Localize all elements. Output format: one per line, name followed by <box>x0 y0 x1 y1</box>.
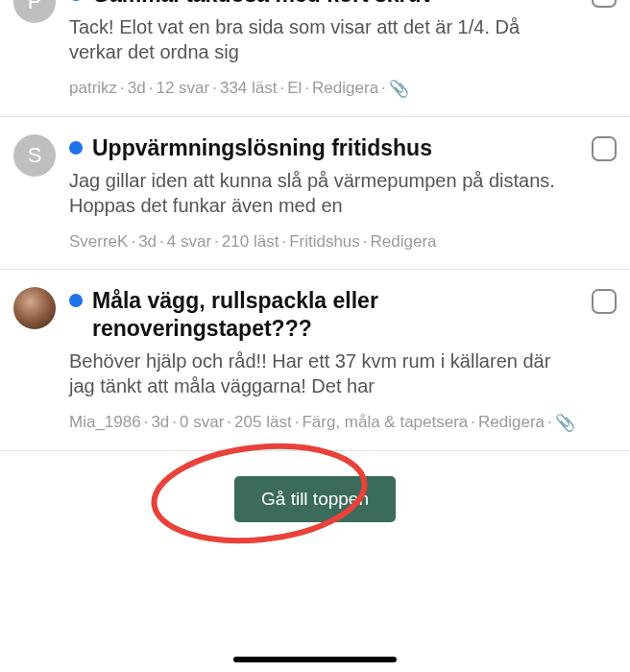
footer: Gå till toppen <box>0 451 630 522</box>
thread-replies: 12 svar <box>156 79 209 97</box>
unread-dot-icon <box>69 0 83 1</box>
thread-meta: patrikz·3d·12 svar·334 läst·El·Redigera·… <box>69 76 578 101</box>
thread-category[interactable]: El <box>287 79 302 97</box>
thread-title[interactable]: Uppvärmningslösning fritidshus <box>92 134 432 162</box>
unread-dot-icon <box>69 294 83 307</box>
thread-edit[interactable]: Redigera <box>478 413 545 431</box>
thread-author[interactable]: Mia_1986 <box>69 413 141 431</box>
thread-replies: 0 svar <box>180 413 224 431</box>
thread-age: 3d <box>128 79 146 97</box>
thread-title[interactable]: Måla vägg, rullspackla eller renoverings… <box>92 287 578 343</box>
thread-item[interactable]: S Uppvärmningslösning fritidshus Jag gil… <box>0 117 630 270</box>
thread-category[interactable]: Färg, måla & tapetsera <box>302 413 468 431</box>
thread-snippet: Behöver hjälp och råd!! Har ett 37 kvm r… <box>69 348 578 398</box>
thread-content: Måla vägg, rullspackla eller renoverings… <box>69 287 578 435</box>
thread-meta: Mia_1986·3d·0 svar·205 läst·Färg, måla &… <box>69 410 578 435</box>
select-checkbox[interactable] <box>592 289 617 314</box>
thread-content: Uppvärmningslösning fritidshus Jag gilla… <box>69 134 578 253</box>
thread-edit[interactable]: Redigera <box>312 79 378 97</box>
thread-views: 334 läst <box>220 79 278 97</box>
thread-list: P Gammal takdosa med kort skruv Tack! El… <box>0 0 630 451</box>
avatar[interactable] <box>13 287 56 329</box>
thread-title[interactable]: Gammal takdosa med kort skruv <box>92 0 433 9</box>
thread-author[interactable]: SverreK <box>69 232 128 251</box>
thread-category[interactable]: Fritidshus <box>289 232 360 251</box>
thread-edit[interactable]: Redigera <box>371 232 437 251</box>
unread-dot-icon <box>69 141 83 155</box>
paperclip-icon: 📎 <box>555 411 575 436</box>
thread-views: 210 läst <box>222 232 279 251</box>
thread-item[interactable]: Måla vägg, rullspackla eller renoverings… <box>0 270 630 451</box>
thread-meta: SverreK·3d·4 svar·210 läst·Fritidshus·Re… <box>69 229 578 254</box>
thread-snippet: Jag gillar iden att kunna slå på värmepu… <box>69 168 578 218</box>
thread-item[interactable]: P Gammal takdosa med kort skruv Tack! El… <box>0 0 630 117</box>
select-checkbox[interactable] <box>592 0 617 8</box>
avatar[interactable]: P <box>13 0 56 23</box>
thread-age: 3d <box>151 413 169 431</box>
paperclip-icon: 📎 <box>389 77 409 102</box>
go-to-top-button[interactable]: Gå till toppen <box>234 476 396 522</box>
thread-snippet: Tack! Elot vat en bra sida som visar att… <box>69 14 578 64</box>
thread-content: Gammal takdosa med kort skruv Tack! Elot… <box>69 0 578 101</box>
avatar[interactable]: S <box>13 134 56 177</box>
thread-replies: 4 svar <box>167 232 211 251</box>
select-checkbox[interactable] <box>592 136 617 161</box>
thread-views: 205 läst <box>234 413 292 431</box>
thread-author[interactable]: patrikz <box>69 79 117 97</box>
thread-age: 3d <box>138 232 157 251</box>
home-indicator[interactable] <box>233 657 397 662</box>
